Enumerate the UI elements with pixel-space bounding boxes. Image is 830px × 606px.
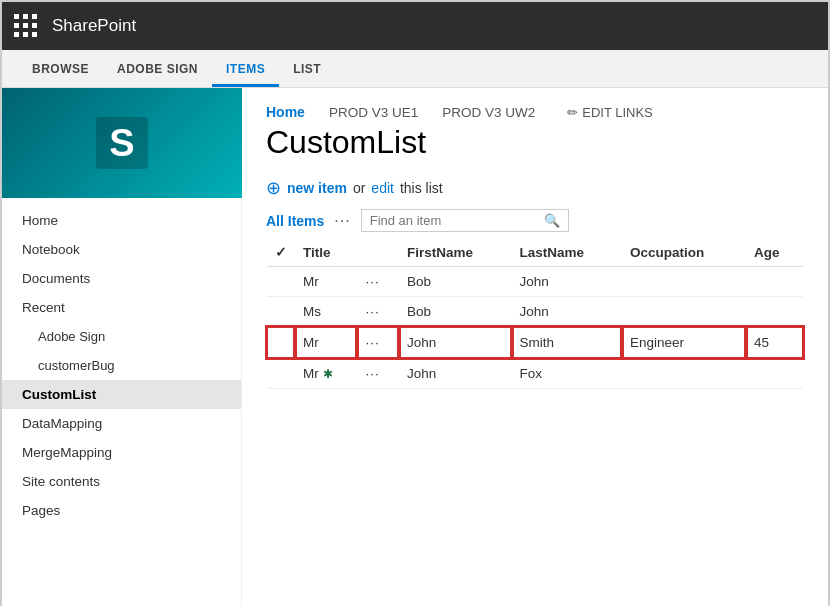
row-firstname: John xyxy=(399,358,512,389)
sidebar-item-recent[interactable]: Recent xyxy=(2,293,241,322)
table-row: Mr ✱ ··· John Fox xyxy=(267,358,803,389)
breadcrumb: Home PROD V3 UE1 PROD V3 UW2 ✏ EDIT LINK… xyxy=(266,104,804,120)
row-title: Ms xyxy=(295,297,357,328)
edit-links[interactable]: ✏ EDIT LINKS xyxy=(567,105,653,120)
content-area: Home PROD V3 UE1 PROD V3 UW2 ✏ EDIT LINK… xyxy=(242,88,828,606)
app-title: SharePoint xyxy=(52,16,136,36)
row-title: Mr ✱ xyxy=(295,358,357,389)
sidebar: S Home Notebook Documents Recent Adobe S… xyxy=(2,88,242,606)
sidebar-item-home[interactable]: Home xyxy=(2,206,241,235)
table-header-row: ✓ Title FirstName LastName Occupation Ag… xyxy=(267,238,803,267)
new-item-label[interactable]: new item xyxy=(287,180,347,196)
row-title: Mr xyxy=(295,327,357,358)
site-logo-letter: S xyxy=(96,117,148,169)
row-check xyxy=(267,267,295,297)
row-firstname: Bob xyxy=(399,267,512,297)
row-lastname: Fox xyxy=(512,358,623,389)
row-occupation xyxy=(622,297,746,328)
row-age xyxy=(746,297,803,328)
row-firstname: John xyxy=(399,327,512,358)
col-check: ✓ xyxy=(267,238,295,267)
sidebar-nav: Home Notebook Documents Recent Adobe Sig… xyxy=(2,198,241,533)
row-check xyxy=(267,327,295,358)
new-item-connector: or xyxy=(353,180,365,196)
row-check xyxy=(267,358,295,389)
table-row: Mr ··· Bob John xyxy=(267,267,803,297)
breadcrumb-link-1[interactable]: PROD V3 UE1 xyxy=(329,105,418,120)
sidebar-item-documents[interactable]: Documents xyxy=(2,264,241,293)
row-occupation xyxy=(622,358,746,389)
breadcrumb-link-2[interactable]: PROD V3 UW2 xyxy=(442,105,535,120)
row-occupation xyxy=(622,267,746,297)
row-lastname: Smith xyxy=(512,327,623,358)
tab-browse[interactable]: BROWSE xyxy=(18,54,103,87)
sidebar-item-notebook[interactable]: Notebook xyxy=(2,235,241,264)
search-box[interactable]: 🔍 xyxy=(361,209,569,232)
sidebar-item-adobe-sign[interactable]: Adobe Sign xyxy=(2,322,241,351)
list-table: ✓ Title FirstName LastName Occupation Ag… xyxy=(266,238,804,389)
col-lastname: LastName xyxy=(512,238,623,267)
tab-list[interactable]: LIST xyxy=(279,54,335,87)
row-check xyxy=(267,297,295,328)
pencil-icon: ✏ xyxy=(567,105,578,120)
search-input[interactable] xyxy=(370,213,538,228)
row-firstname: Bob xyxy=(399,297,512,328)
sidebar-item-mergemapping[interactable]: MergeMapping xyxy=(2,438,241,467)
new-item-suffix: this list xyxy=(400,180,443,196)
sidebar-item-customlist[interactable]: CustomList xyxy=(2,380,241,409)
new-item-bar: ⊕ new item or edit this list xyxy=(266,177,804,199)
tab-items[interactable]: ITEMS xyxy=(212,54,279,87)
main-layout: S Home Notebook Documents Recent Adobe S… xyxy=(2,88,828,606)
breadcrumb-home[interactable]: Home xyxy=(266,104,305,120)
top-bar: SharePoint xyxy=(2,2,828,50)
site-logo: S xyxy=(2,88,242,198)
sidebar-item-site-contents[interactable]: Site contents xyxy=(2,467,241,496)
col-dots xyxy=(357,238,399,267)
row-age xyxy=(746,267,803,297)
toolbar-row: All Items ··· 🔍 xyxy=(266,209,804,232)
sidebar-item-datamapping[interactable]: DataMapping xyxy=(2,409,241,438)
row-lastname: John xyxy=(512,297,623,328)
row-occupation: Engineer xyxy=(622,327,746,358)
star-icon: ✱ xyxy=(323,367,333,381)
page-title: CustomList xyxy=(266,124,804,161)
row-lastname: John xyxy=(512,267,623,297)
sidebar-item-pages[interactable]: Pages xyxy=(2,496,241,525)
app-launcher-icon[interactable] xyxy=(14,14,38,38)
add-icon: ⊕ xyxy=(266,177,281,199)
tab-adobe-sign[interactable]: ADOBE SIGN xyxy=(103,54,212,87)
toolbar-more-icon[interactable]: ··· xyxy=(334,212,350,230)
row-age: 45 xyxy=(746,327,803,358)
row-more[interactable]: ··· xyxy=(357,358,399,389)
search-icon: 🔍 xyxy=(544,213,560,228)
table-row-highlighted: Mr ··· John Smith Engineer 45 xyxy=(267,327,803,358)
edit-list-link[interactable]: edit xyxy=(371,180,394,196)
ribbon: BROWSE ADOBE SIGN ITEMS LIST xyxy=(2,50,828,88)
all-items-label[interactable]: All Items xyxy=(266,213,324,229)
col-occupation: Occupation xyxy=(622,238,746,267)
col-age: Age xyxy=(746,238,803,267)
col-firstname: FirstName xyxy=(399,238,512,267)
row-title: Mr xyxy=(295,267,357,297)
table-row: Ms ··· Bob John xyxy=(267,297,803,328)
col-title: Title xyxy=(295,238,357,267)
sidebar-item-customerbug[interactable]: customerBug xyxy=(2,351,241,380)
row-more[interactable]: ··· xyxy=(357,267,399,297)
row-age xyxy=(746,358,803,389)
row-more[interactable]: ··· xyxy=(357,297,399,328)
row-more[interactable]: ··· xyxy=(357,327,399,358)
